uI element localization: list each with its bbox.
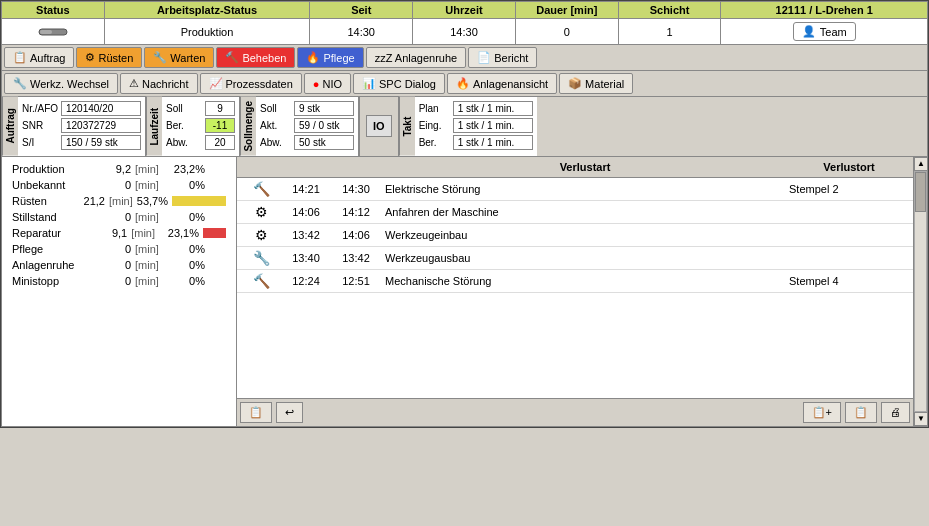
loss-type-3: Werkzeugausbau [381,252,789,264]
warten-button[interactable]: 🔧 Warten [144,47,214,68]
beheben-icon: 🔨 [225,51,239,64]
loss-row-3: 🔧 13:40 13:42 Werkzeugausbau [237,247,913,270]
laufzeit-ber-row: Ber. -11 [166,118,235,133]
takt-section: Takt Plan 1 stk / 1 min. Eing. 1 stk / 1… [398,97,537,156]
snr-value: 120372729 [61,118,141,133]
io-button[interactable]: IO [366,115,392,137]
beheben-button[interactable]: 🔨 Beheben [216,47,295,68]
loss-col-icon [241,159,281,175]
stat-unit-7: [min] [135,275,163,287]
nachricht-button[interactable]: ⚠ Nachricht [120,73,197,94]
loss-icon-2: ⚙ [241,227,281,243]
laufzeit-abw-row: Abw. 20 [166,135,235,150]
stat-name-7: Ministopp [12,275,92,287]
team-cell: 👤 Team [721,19,927,44]
stat-pct-0: 23,2% [167,163,205,175]
loss-icon-3: 🔧 [241,250,281,266]
nrafo-label: Nr./AFO [22,103,57,114]
nrafo-value: 120140/20 [61,101,141,116]
stat-name-5: Pflege [12,243,92,255]
toolbar2: 🔧 Werkz. Wechsel ⚠ Nachricht 📈 Prozessda… [1,71,928,97]
stat-unit-4: [min] [131,227,158,239]
stats-container: Produktion 9,2 [min] 23,2% Unbekannt 0 [… [2,157,237,426]
sm-soll-value: 9 stk [294,101,354,116]
anlagenansicht-button[interactable]: 🔥 Anlagenansicht [447,73,557,94]
stat-row-7: Ministopp 0 [min] 0% [12,275,226,287]
stats-list: Produktion 9,2 [min] 23,2% Unbekannt 0 [… [12,163,226,287]
loss-col-location: Verlustort [789,159,909,175]
si-label: S/I [22,137,57,148]
footer-btn-4[interactable]: 📋 [845,402,877,423]
stat-unit-0: [min] [135,163,163,175]
pflege-button[interactable]: 🔥 Pflege [297,47,363,68]
loss-col-type: Verlustart [381,159,789,175]
loss-type-4: Mechanische Störung [381,275,789,287]
stat-bar-container-2 [172,196,226,206]
bericht-button[interactable]: 📄 Bericht [468,47,537,68]
anlagenruhe-button[interactable]: zzZ Anlagenruhe [366,47,467,68]
loss-footer-right: 📋+ 📋 🖨 [803,402,910,423]
loss-type-0: Elektrische Störung [381,183,789,195]
stat-pct-1: 0% [167,179,205,191]
nio-button[interactable]: ● NIO [304,73,351,94]
stat-bar-container-4 [203,228,226,238]
scroll-up-arrow[interactable]: ▲ [914,157,928,171]
bottom-area: Produktion 9,2 [min] 23,2% Unbekannt 0 [… [1,157,928,427]
sollmenge-fields: Soll 9 stk Akt. 59 / 0 stk Abw. 50 stk [256,97,358,156]
takt-fields: Plan 1 stk / 1 min. Eing. 1 stk / 1 min.… [415,97,537,156]
werkz-wechsel-button[interactable]: 🔧 Werkz. Wechsel [4,73,118,94]
rusten-button[interactable]: ⚙ Rüsten [76,47,142,68]
prozessdaten-button[interactable]: 📈 Prozessdaten [200,73,302,94]
status-icon [2,19,105,44]
laufzeit-soll-value: 9 [205,101,235,116]
scroll-thumb[interactable] [915,172,926,212]
loss-icon-1: ⚙ [241,204,281,220]
stat-bar-container-6 [209,260,226,270]
status-indicator-icon [38,26,68,38]
takt-ber-row: Ber. 1 stk / 1 min. [419,135,533,150]
scroll-down-arrow[interactable]: ▼ [914,412,928,426]
main-window: Status Arbeitsplatz-Status Seit Uhrzeit … [0,0,929,428]
footer-btn-1[interactable]: 📋 [240,402,272,423]
loss-footer-left: 📋 ↩ [240,402,303,423]
sm-abw-row: Abw. 50 stk [260,135,354,150]
team-button[interactable]: 👤 Team [793,22,856,41]
stat-bar-2 [172,196,226,206]
pflege-icon: 🔥 [306,51,320,64]
takt-ber-label: Ber. [419,137,449,148]
loss-rows: 🔨 14:21 14:30 Elektrische Störung Stempe… [237,178,913,398]
scrollbar[interactable]: ▲ ▼ [913,157,927,426]
schicht-value: 1 [619,19,722,44]
loss-row-2: ⚙ 13:42 14:06 Werkzeugeinbau [237,224,913,247]
scroll-track[interactable] [914,171,927,412]
stat-bar-container-3 [209,212,226,222]
seit-header: Seit [310,2,413,18]
footer-btn-3[interactable]: 📋+ [803,402,841,423]
stat-bar-4 [203,228,226,238]
spc-button[interactable]: 📊 SPC Dialog [353,73,445,94]
auftrag-button[interactable]: 📋 Auftrag [4,47,74,68]
loss-header: Verlustart Verlustort [237,157,913,178]
stat-val-4: 9,1 [93,227,127,239]
loss-time2-1: 14:12 [331,206,381,218]
header-row: Status Arbeitsplatz-Status Seit Uhrzeit … [1,1,928,19]
toolbar1: 📋 Auftrag ⚙ Rüsten 🔧 Warten 🔨 Beheben 🔥 … [1,45,928,71]
takt-ber-value: 1 stk / 1 min. [453,135,533,150]
nio-icon: ● [313,78,320,90]
footer-icon-1: 📋 [249,406,263,418]
sollmenge-section: Sollmenge Soll 9 stk Akt. 59 / 0 stk Abw… [240,97,359,156]
stat-pct-5: 0% [167,243,205,255]
stat-row-5: Pflege 0 [min] 0% [12,243,226,255]
loss-time2-3: 13:42 [331,252,381,264]
nachricht-icon: ⚠ [129,77,139,90]
footer-btn-5[interactable]: 🖨 [881,402,910,423]
material-button[interactable]: 📦 Material [559,73,633,94]
stat-val-5: 0 [96,243,131,255]
loss-location-0: Stempel 2 [789,183,909,195]
takt-vertical-label: Takt [399,97,415,156]
laufzeit-soll-row: Soll 9 [166,101,235,116]
footer-icon-2: ↩ [285,406,294,418]
stat-val-7: 0 [96,275,131,287]
auftrag-icon: 📋 [13,51,27,64]
footer-btn-2[interactable]: ↩ [276,402,303,423]
